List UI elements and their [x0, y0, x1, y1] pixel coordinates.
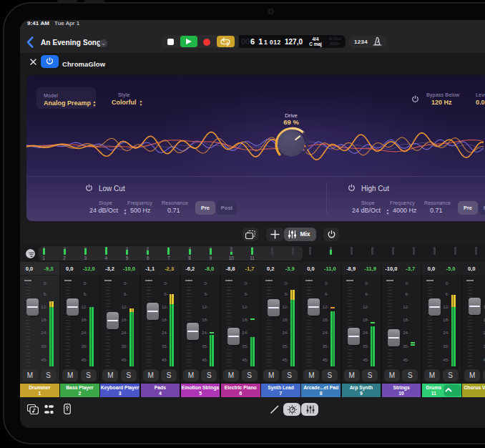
svg-text:69 %: 69 % [283, 118, 299, 126]
